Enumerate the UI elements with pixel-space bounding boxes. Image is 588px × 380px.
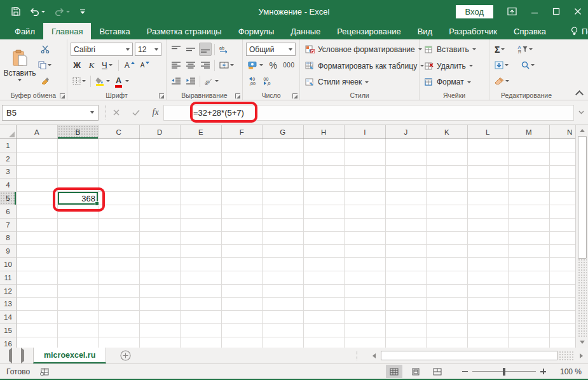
- zoom-level[interactable]: 100 %: [556, 367, 582, 376]
- page-break-view-button[interactable]: [429, 365, 446, 378]
- cell-I10[interactable]: [345, 258, 386, 271]
- cell-E6[interactable]: [181, 205, 222, 219]
- cut-button[interactable]: [36, 43, 53, 56]
- cell-N6[interactable]: [550, 205, 576, 219]
- customize-qat-button[interactable]: [79, 9, 86, 15]
- cell-C5[interactable]: [99, 192, 140, 205]
- cell-B3[interactable]: [58, 166, 99, 179]
- cell-A15[interactable]: [17, 324, 58, 337]
- cell-G1[interactable]: [263, 139, 304, 153]
- cell-H2[interactable]: [304, 153, 345, 166]
- cell-A13[interactable]: [17, 298, 58, 311]
- delete-cells-button[interactable]: Удалить: [423, 58, 475, 73]
- cell-K3[interactable]: [427, 166, 468, 179]
- cell-H1[interactable]: [304, 139, 345, 153]
- cell-I13[interactable]: [345, 298, 386, 311]
- column-header-N[interactable]: N: [550, 125, 576, 139]
- expand-formula-bar-button[interactable]: [574, 111, 588, 114]
- cell-M4[interactable]: [509, 179, 550, 192]
- cell-G10[interactable]: [263, 258, 304, 271]
- cell-E10[interactable]: [181, 258, 222, 271]
- cell-J15[interactable]: [386, 324, 427, 337]
- cell-D2[interactable]: [140, 153, 181, 166]
- cell-M7[interactable]: [509, 219, 550, 232]
- cell-I2[interactable]: [345, 153, 386, 166]
- cell-D14[interactable]: [140, 311, 181, 324]
- row-header-14[interactable]: 14: [0, 311, 17, 324]
- row-header-13[interactable]: 13: [0, 298, 17, 311]
- minimize-button[interactable]: [531, 8, 538, 15]
- column-header-B[interactable]: B: [58, 125, 99, 139]
- vertical-scroll-thumb[interactable]: [578, 136, 587, 259]
- cell-L7[interactable]: [468, 219, 509, 232]
- row-header-7[interactable]: 7: [0, 219, 17, 232]
- align-left-button[interactable]: [170, 58, 182, 72]
- column-header-F[interactable]: F: [222, 125, 263, 139]
- column-header-J[interactable]: J: [386, 125, 427, 139]
- row-header-4[interactable]: 4: [0, 179, 17, 192]
- cell-A4[interactable]: [17, 179, 58, 192]
- row-header-8[interactable]: 8: [0, 232, 17, 245]
- cell-K7[interactable]: [427, 219, 468, 232]
- cell-M12[interactable]: [509, 285, 550, 298]
- cell-C14[interactable]: [99, 311, 140, 324]
- tab-splitter[interactable]: [357, 351, 360, 360]
- maximize-button[interactable]: [552, 8, 560, 15]
- cell-M11[interactable]: [509, 271, 550, 285]
- cell-B2[interactable]: [58, 153, 99, 166]
- cell-C3[interactable]: [99, 166, 140, 179]
- cell-A11[interactable]: [17, 271, 58, 285]
- cell-F12[interactable]: [222, 285, 263, 298]
- cell-L3[interactable]: [468, 166, 509, 179]
- row-header-15[interactable]: 15: [0, 324, 17, 337]
- cell-M10[interactable]: [509, 258, 550, 271]
- cell-E7[interactable]: [181, 219, 222, 232]
- cell-J10[interactable]: [386, 258, 427, 271]
- cell-M1[interactable]: [509, 139, 550, 153]
- cell-E12[interactable]: [181, 285, 222, 298]
- cell-N5[interactable]: [550, 192, 576, 205]
- cell-N2[interactable]: [550, 153, 576, 166]
- column-header-L[interactable]: L: [468, 125, 509, 139]
- tab-разработчик[interactable]: Разработчик: [441, 23, 505, 39]
- find-select-button[interactable]: [519, 58, 537, 72]
- cell-E1[interactable]: [181, 139, 222, 153]
- ribbon-display-options-button[interactable]: [507, 7, 517, 16]
- cell-styles-button[interactable]: Стили ячеек: [303, 75, 371, 90]
- redo-button[interactable]: [55, 8, 70, 16]
- horizontal-scroll-thumb[interactable]: [381, 351, 557, 360]
- cell-L16[interactable]: [468, 337, 509, 348]
- cell-A7[interactable]: [17, 219, 58, 232]
- cell-H8[interactable]: [304, 232, 345, 245]
- cell-C11[interactable]: [99, 271, 140, 285]
- cell-M15[interactable]: [509, 324, 550, 337]
- cell-B8[interactable]: [58, 232, 99, 245]
- clear-button[interactable]: [493, 74, 511, 88]
- row-header-3[interactable]: 3: [0, 166, 17, 179]
- cell-H12[interactable]: [304, 285, 345, 298]
- conditional-formatting-button[interactable]: Условное форматирование: [303, 42, 424, 57]
- cell-F7[interactable]: [222, 219, 263, 232]
- cell-H7[interactable]: [304, 219, 345, 232]
- cell-M13[interactable]: [509, 298, 550, 311]
- collapse-ribbon-button[interactable]: [575, 90, 584, 97]
- cell-C7[interactable]: [99, 219, 140, 232]
- tab-вид[interactable]: Вид: [409, 23, 441, 39]
- cell-N16[interactable]: [550, 337, 576, 348]
- cell-J3[interactable]: [386, 166, 427, 179]
- cell-K15[interactable]: [427, 324, 468, 337]
- cell-C15[interactable]: [99, 324, 140, 337]
- column-header-D[interactable]: D: [140, 125, 181, 139]
- cell-N12[interactable]: [550, 285, 576, 298]
- cell-F15[interactable]: [222, 324, 263, 337]
- cell-N15[interactable]: [550, 324, 576, 337]
- cell-K5[interactable]: [427, 192, 468, 205]
- cell-D15[interactable]: [140, 324, 181, 337]
- cell-C6[interactable]: [99, 205, 140, 219]
- cell-I4[interactable]: [345, 179, 386, 192]
- number-dialog-launcher[interactable]: [292, 93, 297, 98]
- cell-N8[interactable]: [550, 232, 576, 245]
- cell-K4[interactable]: [427, 179, 468, 192]
- cell-I16[interactable]: [345, 337, 386, 348]
- cell-E4[interactable]: [181, 179, 222, 192]
